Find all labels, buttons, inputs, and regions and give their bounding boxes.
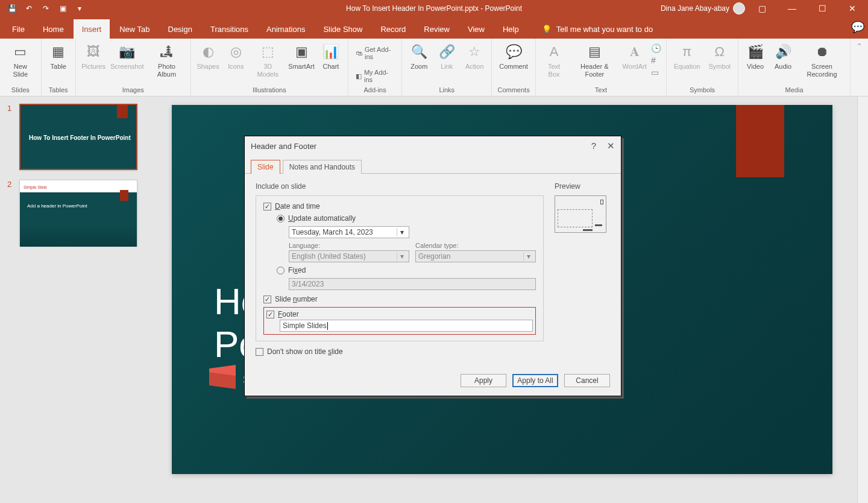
- quick-access-toolbar: 💾 ↶ ↷ ▣ ▾: [0, 2, 87, 15]
- user-avatar[interactable]: [733, 2, 745, 14]
- photo-album-button[interactable]: 🏞Photo Album: [148, 41, 186, 79]
- cancel-label: Cancel: [576, 376, 598, 385]
- header-footer-button[interactable]: ▤Header & Footer: [571, 41, 618, 79]
- include-on-slide-group: ✓ Date and time Update automatically Tue…: [256, 195, 544, 341]
- chart-label: Chart: [322, 63, 339, 71]
- ribbon-tabs: File Home Insert New Tab Design Transiti…: [0, 17, 868, 39]
- video-button[interactable]: 🎬Video: [743, 41, 767, 72]
- dialog-tab-slide[interactable]: Slide: [251, 160, 280, 174]
- thumbnail-1[interactable]: 1 How To Insert Footer In PowerPoint: [7, 104, 140, 170]
- dont-show-title-checkbox[interactable]: [256, 348, 263, 356]
- cancel-button[interactable]: Cancel: [564, 374, 610, 387]
- help-icon[interactable]: ?: [591, 141, 596, 151]
- vertical-scrollbar[interactable]: [857, 96, 868, 503]
- tab-newtab[interactable]: New Tab: [111, 20, 158, 39]
- qat-customize-icon[interactable]: ▾: [72, 2, 87, 15]
- maximize-icon[interactable]: ☐: [809, 0, 835, 17]
- slide-number-checkbox[interactable]: ✓: [263, 296, 271, 303]
- icons-label: Icons: [228, 63, 244, 71]
- ribbon-display-options-icon[interactable]: ▢: [749, 0, 775, 17]
- save-icon[interactable]: 💾: [5, 2, 19, 15]
- audio-label: Audio: [775, 63, 791, 71]
- group-symbols-label: Symbols: [671, 85, 733, 96]
- dialog-tab-notes[interactable]: Notes and Handouts: [283, 160, 362, 174]
- close-icon[interactable]: ✕: [839, 0, 866, 17]
- language-combo[interactable]: English (United States) ▾: [289, 250, 409, 262]
- group-images-label: Images: [81, 85, 186, 96]
- fixed-label: Fixed: [288, 266, 306, 274]
- tab-slideshow[interactable]: Slide Show: [315, 20, 371, 39]
- cube-icon: ⬚: [258, 42, 277, 62]
- my-addins-button[interactable]: ◧My Add-ins: [353, 68, 397, 84]
- calendar-combo[interactable]: Gregorian ▾: [415, 250, 536, 262]
- apply-button[interactable]: Apply: [461, 374, 506, 387]
- date-time-icon[interactable]: 🕒: [651, 43, 661, 53]
- update-auto-radio[interactable]: [277, 215, 285, 223]
- smartart-label: SmartArt: [288, 63, 314, 71]
- header-footer-icon: ▤: [585, 42, 604, 62]
- comment-label: Comment: [499, 63, 528, 71]
- fixed-radio[interactable]: [277, 267, 285, 274]
- table-button[interactable]: ▦Table: [46, 41, 71, 72]
- tab-record[interactable]: Record: [372, 20, 414, 39]
- minimize-icon[interactable]: —: [779, 0, 805, 17]
- collapse-ribbon-icon[interactable]: ⌃: [851, 39, 868, 96]
- screen-recording-button[interactable]: ⏺Screen Recording: [799, 41, 845, 79]
- redo-icon[interactable]: ↷: [39, 2, 53, 15]
- pictures-button: 🖼Pictures: [81, 41, 107, 72]
- tab-view[interactable]: View: [459, 20, 493, 39]
- footer-text-field[interactable]: Simple Slides: [280, 320, 533, 332]
- wordart-button: 𝐀WordArt: [621, 41, 647, 72]
- screenshot-icon: 📷: [118, 42, 137, 62]
- get-addins-button[interactable]: 🛍Get Add-ins: [353, 45, 397, 62]
- link-icon: 🔗: [437, 42, 456, 62]
- object-icon[interactable]: ▭: [651, 68, 661, 77]
- slide-number-icon[interactable]: #: [651, 55, 661, 65]
- undo-icon[interactable]: ↶: [22, 2, 36, 15]
- thumbnail-number: 1: [7, 104, 14, 170]
- smartart-button[interactable]: ▣SmartArt: [288, 41, 315, 72]
- tab-help[interactable]: Help: [494, 20, 527, 39]
- tab-review[interactable]: Review: [415, 20, 458, 39]
- screen-recording-icon: ⏺: [813, 42, 832, 62]
- action-button: ☆Action: [462, 41, 486, 72]
- date-format-combo[interactable]: Tuesday, March 14, 2023 ▾: [289, 226, 409, 238]
- my-addins-label: My Add-ins: [364, 69, 394, 83]
- group-media-label: Media: [743, 85, 845, 96]
- dialog-titlebar[interactable]: Header and Footer ? ✕: [245, 136, 621, 156]
- thumbnail-2[interactable]: 2 Simple Slide Add a header in PowerPoin…: [7, 180, 140, 246]
- wordart-label: WordArt: [623, 63, 647, 71]
- footer-checkbox[interactable]: ✓: [266, 311, 274, 318]
- audio-button[interactable]: 🔊Audio: [771, 41, 795, 72]
- chevron-down-icon: ▾: [397, 228, 406, 236]
- tab-design[interactable]: Design: [160, 20, 201, 39]
- apply-to-all-button[interactable]: Apply to All: [512, 374, 558, 387]
- close-dialog-icon[interactable]: ✕: [607, 141, 615, 151]
- start-from-beginning-icon[interactable]: ▣: [55, 2, 70, 15]
- tell-me-search[interactable]: 💡 Tell me what you want to do: [533, 20, 661, 39]
- update-auto-label: Update automatically: [288, 214, 356, 223]
- user-name[interactable]: Dina Jane Abay-abay: [661, 4, 729, 13]
- slide-thumbnails-panel[interactable]: 1 How To Insert Footer In PowerPoint 2 S…: [0, 96, 147, 503]
- tab-home[interactable]: Home: [34, 20, 72, 39]
- chart-button[interactable]: 📊Chart: [319, 41, 343, 72]
- document-title: How To Insert Header In PowerPoint.pptx …: [346, 4, 522, 13]
- tab-insert[interactable]: Insert: [74, 19, 110, 39]
- share-icon[interactable]: 💬: [851, 21, 864, 34]
- apply-label: Apply: [474, 376, 492, 385]
- tab-file[interactable]: File: [4, 20, 33, 39]
- comment-button[interactable]: 💬Comment: [497, 41, 530, 72]
- tab-animations[interactable]: Animations: [258, 20, 313, 39]
- symbol-icon: Ω: [710, 42, 729, 62]
- tab-transitions[interactable]: Transitions: [202, 20, 257, 39]
- icons-icon: ◎: [226, 42, 245, 62]
- calendar-value: Gregorian: [418, 252, 450, 261]
- audio-icon: 🔊: [773, 42, 793, 62]
- zoom-button[interactable]: 🔍Zoom: [407, 41, 431, 72]
- footer-text-value: Simple Slides: [283, 321, 327, 330]
- new-slide-button[interactable]: ▭New Slide: [5, 41, 36, 79]
- photo-album-label: Photo Album: [150, 63, 183, 78]
- shapes-button: ◐Shapes: [196, 41, 221, 72]
- link-button: 🔗Link: [435, 41, 459, 72]
- date-time-checkbox[interactable]: ✓: [263, 203, 271, 210]
